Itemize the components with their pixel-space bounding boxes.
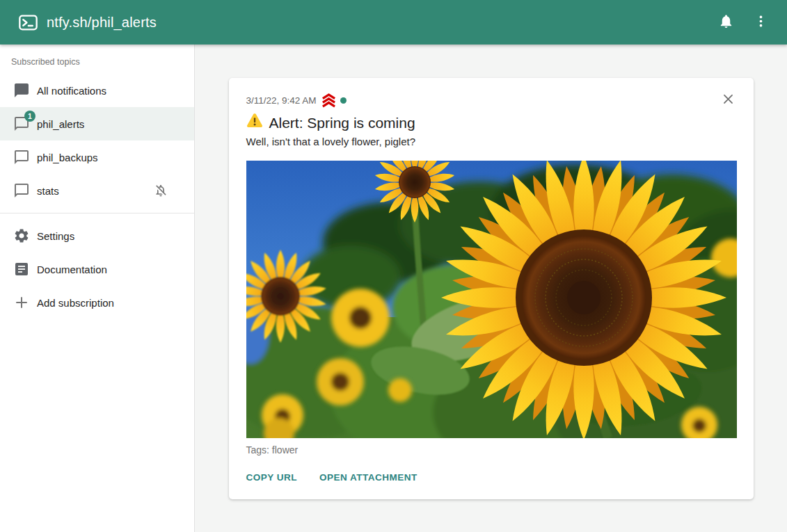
notification-meta: 3/11/22, 9:42 AM xyxy=(246,93,737,108)
unread-dot-icon xyxy=(340,97,347,104)
chat-bubble-outline-icon xyxy=(13,149,30,166)
sidebar-item-label: phil_alerts xyxy=(36,118,84,130)
warning-emoji-icon xyxy=(246,113,263,133)
chat-bubble-filled-icon xyxy=(13,82,30,99)
notification-card: 3/11/22, 9:42 AM Alert: Spring is coming xyxy=(229,78,754,499)
unread-count-badge: 1 xyxy=(24,111,35,122)
sidebar-item-label: Settings xyxy=(36,230,74,242)
sidebar-item-stats[interactable]: stats xyxy=(0,174,194,207)
sidebar-item-phil-alerts[interactable]: 1 phil_alerts xyxy=(0,107,194,140)
bell-off-icon xyxy=(154,184,168,198)
chat-bubble-outline-icon: 1 xyxy=(13,115,30,132)
bell-icon xyxy=(718,13,734,31)
sidebar-item-phil-backups[interactable]: phil_backups xyxy=(0,140,194,174)
page-title: ntfy.sh/phil_alerts xyxy=(47,15,157,31)
plus-icon xyxy=(13,294,30,311)
attachment-image-sunflowers[interactable] xyxy=(246,161,737,438)
kebab-menu-icon xyxy=(754,14,768,31)
sidebar-item-documentation[interactable]: Documentation xyxy=(0,252,194,286)
notification-title-row: Alert: Spring is coming xyxy=(246,113,737,133)
priority-urgent-icon xyxy=(321,93,337,108)
sidebar-item-label: phil_backups xyxy=(36,152,98,163)
chat-bubble-outline-icon xyxy=(13,182,30,199)
sidebar: Subscribed topics All notifications 1 ph… xyxy=(0,45,195,532)
sidebar-item-all-notifications[interactable]: All notifications xyxy=(0,74,194,107)
notification-tags: Tags: flower xyxy=(246,444,737,456)
gear-icon xyxy=(13,227,30,244)
sidebar-item-label: stats xyxy=(36,185,59,197)
app-bar: ntfy.sh/phil_alerts xyxy=(0,0,787,45)
terminal-icon xyxy=(19,15,38,31)
notification-actions: COPY URL OPEN ATTACHMENT xyxy=(246,467,737,488)
sidebar-item-add-subscription[interactable]: Add subscription xyxy=(0,286,194,319)
sidebar-item-label: All notifications xyxy=(36,85,106,97)
main-content: 3/11/22, 9:42 AM Alert: Spring is coming xyxy=(195,45,787,532)
subscribed-topics-heading: Subscribed topics xyxy=(11,57,194,67)
notification-message: Well, isn't that a lovely flower, piglet… xyxy=(246,135,737,149)
open-attachment-button[interactable]: OPEN ATTACHMENT xyxy=(319,467,418,488)
notification-timestamp: 3/11/22, 9:42 AM xyxy=(246,95,317,106)
notification-title: Alert: Spring is coming xyxy=(269,113,415,133)
sidebar-divider xyxy=(0,213,194,213)
notifications-bell-button[interactable] xyxy=(710,7,741,38)
close-icon xyxy=(722,92,735,108)
sidebar-item-label: Add subscription xyxy=(36,297,114,309)
close-notification-button[interactable] xyxy=(719,90,738,110)
copy-url-button[interactable]: COPY URL xyxy=(246,467,298,488)
overflow-menu-button[interactable] xyxy=(745,7,776,38)
document-icon xyxy=(13,261,30,277)
sidebar-item-label: Documentation xyxy=(36,264,107,275)
sidebar-item-settings[interactable]: Settings xyxy=(0,219,194,252)
